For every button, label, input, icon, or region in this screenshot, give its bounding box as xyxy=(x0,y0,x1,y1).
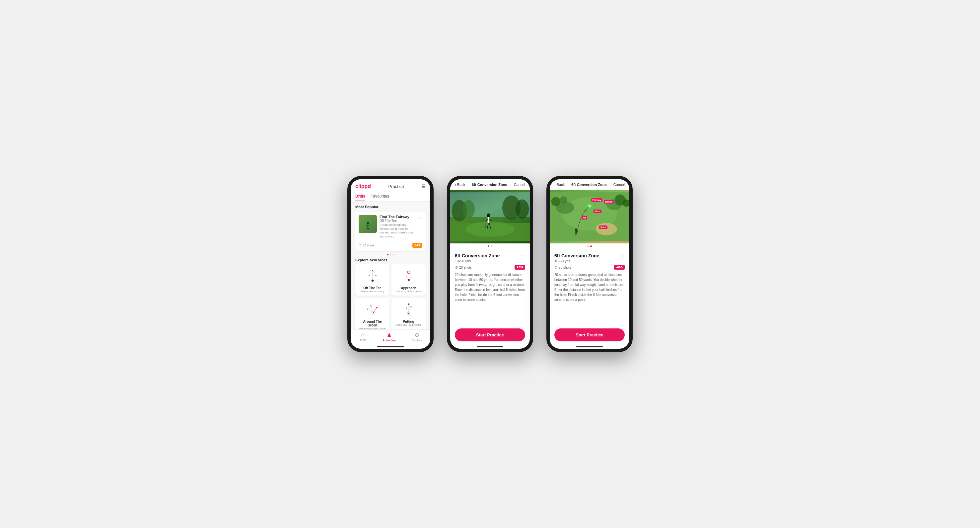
phone-2: ‹ Back 6ft Conversion Zone Cancel xyxy=(447,176,533,352)
cancel-button-3[interactable]: Cancel xyxy=(613,183,625,187)
ott-icon-area xyxy=(363,266,382,285)
bottom-nav: ⌂ Home ♟ Activities ⊕ Capture xyxy=(351,329,430,345)
skill-areas-grid: Off The Tee Power and accuracy xyxy=(355,264,426,329)
home-indicator-3 xyxy=(576,346,603,347)
nav-activities-label: Activities xyxy=(382,339,396,342)
svg-line-45 xyxy=(489,219,492,221)
svg-rect-62 xyxy=(576,230,577,233)
nav-home-label: Home xyxy=(359,338,367,342)
menu-icon[interactable]: ☰ xyxy=(421,183,426,189)
p2-content: 6ft Conversion Zone 10-50 yds ☆ ⏱ 20 sho… xyxy=(450,190,530,349)
svg-line-5 xyxy=(368,228,369,230)
svg-point-25 xyxy=(370,305,372,306)
drill-thumbnail xyxy=(359,215,377,233)
svg-point-6 xyxy=(372,279,374,282)
tabs-bar: Drills Favourites xyxy=(355,192,426,201)
start-practice-button[interactable]: Start Practice xyxy=(455,329,525,341)
drill-desc-text-3: 20 shots are randomly generated at dista… xyxy=(554,272,625,302)
favourite-star-icon[interactable]: ☆ xyxy=(521,253,525,258)
svg-line-13 xyxy=(370,271,372,273)
nav-capture-label: Capture xyxy=(412,339,422,342)
shots-info-3: ⏱ 20 shots xyxy=(554,266,571,269)
skill-card-ott[interactable]: Off The Tee Power and accuracy xyxy=(355,264,390,295)
approach-desc: Dial-in to hit the green xyxy=(395,290,421,293)
golf-scene-svg xyxy=(450,190,530,243)
svg-rect-44 xyxy=(488,217,490,223)
nav-home[interactable]: ⌂ Home xyxy=(359,332,367,342)
atg-drill-icon xyxy=(364,301,381,317)
drill-title: 6ft Conversion Zone xyxy=(455,253,500,258)
svg-line-18 xyxy=(407,277,408,277)
map-pin-rough: Rough xyxy=(604,200,614,204)
putting-drill-icon xyxy=(401,301,417,317)
dot-3 xyxy=(393,254,395,255)
back-chevron-icon: ‹ xyxy=(455,183,456,187)
shots-info: ⏱ 20 shots xyxy=(455,266,472,269)
map-pin-fairway: Fairway xyxy=(591,198,603,202)
svg-point-55 xyxy=(551,197,561,206)
svg-line-4 xyxy=(367,228,368,230)
p2-title: 6ft Conversion Zone xyxy=(472,183,507,187)
drill-name: Find The Fairway xyxy=(380,215,415,219)
atg-icon-area xyxy=(363,300,382,319)
ott-drill-icon xyxy=(364,267,381,284)
p3-title: 6ft Conversion Zone xyxy=(571,183,606,187)
drill-range: 10-50 yds xyxy=(455,259,500,263)
p2-header: ‹ Back 6ft Conversion Zone Cancel xyxy=(450,179,530,190)
home-icon: ⌂ xyxy=(361,332,364,338)
drill-description: Create an imaginary fairway using trees … xyxy=(380,223,415,239)
map-pin-sand: Sand xyxy=(599,225,608,229)
favourite-icon[interactable]: ☆ xyxy=(418,215,422,220)
skill-card-atg[interactable]: Around The Green Hone your short game xyxy=(355,298,390,329)
activities-icon: ♟ xyxy=(387,332,391,338)
putting-desc: Make and lag practice xyxy=(395,324,421,326)
svg-point-43 xyxy=(487,214,490,217)
start-practice-button-3[interactable]: Start Practice xyxy=(554,329,625,341)
approach-name: Approach xyxy=(401,286,416,290)
map-dot-2 xyxy=(590,246,592,247)
photo-dot-2 xyxy=(491,246,492,247)
nav-capture[interactable]: ⊕ Capture xyxy=(412,332,422,342)
map-pin-miss: Miss xyxy=(593,209,601,213)
clock-icon: ⏱ xyxy=(359,244,362,247)
carousel-dots xyxy=(355,254,426,255)
svg-point-52 xyxy=(595,223,617,235)
detail-body: 6ft Conversion Zone 10-50 yds ☆ ⏱ 20 sho… xyxy=(450,249,530,325)
drill-tag: ARG xyxy=(515,265,525,270)
back-button[interactable]: ‹ Back xyxy=(455,183,465,187)
skill-card-putting[interactable]: Putting Make and lag practice xyxy=(391,298,426,329)
golf-photo-bg xyxy=(450,190,530,243)
drill-shots: ⏱ 10 shots xyxy=(359,244,374,247)
cancel-button[interactable]: Cancel xyxy=(514,183,525,187)
explore-label: Explore skill areas xyxy=(355,258,426,262)
photo-dot-1 xyxy=(488,246,489,247)
nav-activities[interactable]: ♟ Activities xyxy=(382,332,396,342)
ott-desc: Power and accuracy xyxy=(360,290,384,293)
putting-icon-area xyxy=(399,300,418,319)
ott-name: Off The Tee xyxy=(363,286,381,290)
home-indicator-2 xyxy=(477,346,503,347)
screen-title: Practice xyxy=(388,184,404,189)
golfer-figure-icon xyxy=(364,222,371,231)
featured-drill-card[interactable]: Find The Fairway Off The Tee Create an i… xyxy=(355,212,426,251)
svg-point-12 xyxy=(375,275,377,276)
tab-drills[interactable]: Drills xyxy=(355,192,365,201)
drill-title-3: 6ft Conversion Zone xyxy=(554,253,599,258)
favourite-star-icon-3[interactable]: ☆ xyxy=(620,253,625,258)
approach-drill-icon xyxy=(401,267,417,284)
tab-favourites[interactable]: Favourites xyxy=(371,192,389,201)
skill-card-approach[interactable]: Approach Dial-in to hit the green xyxy=(391,264,426,295)
back-button-3[interactable]: ‹ Back xyxy=(554,183,565,187)
svg-point-16 xyxy=(407,271,410,274)
atg-name: Around The Green xyxy=(358,320,387,327)
svg-point-0 xyxy=(367,222,369,224)
map-pin-hit: Hit xyxy=(582,216,587,220)
drill-tag: OTT xyxy=(412,243,422,248)
dot-1 xyxy=(387,254,388,255)
svg-point-11 xyxy=(369,275,370,276)
svg-point-56 xyxy=(560,196,567,204)
capture-icon: ⊕ xyxy=(415,332,419,338)
hero-photo xyxy=(450,190,530,243)
dot-2 xyxy=(390,254,391,255)
drill-desc-text: 20 shots are randomly generated at dista… xyxy=(455,272,525,302)
